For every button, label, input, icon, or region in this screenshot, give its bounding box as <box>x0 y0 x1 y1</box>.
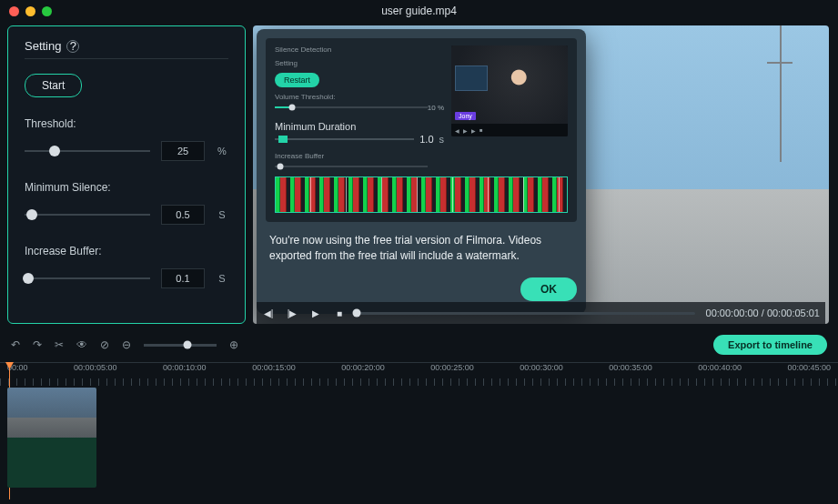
sd-label: Silence Detection <box>275 45 444 54</box>
min-duration-slider[interactable] <box>275 134 414 145</box>
zoom-in-icon[interactable]: ⊕ <box>229 338 238 351</box>
threshold-control: Threshold: 25 % <box>25 117 228 161</box>
undo-icon[interactable]: ↶ <box>11 338 20 351</box>
title-bar: user guide.mp4 <box>0 0 838 22</box>
min-silence-slider[interactable] <box>25 208 150 221</box>
threshold-label: Threshold: <box>25 117 228 130</box>
timeline: 00:0000:00:05:0000:00:10:0000:00:15:0000… <box>0 362 838 493</box>
inc-buffer-mini-label: Increase Buffer <box>275 152 444 160</box>
waveform-strip[interactable] <box>275 176 568 213</box>
mini-next-icon[interactable]: ▶ <box>471 127 476 134</box>
window-controls <box>9 6 52 16</box>
vol-threshold-slider[interactable]: 10 % <box>275 103 444 112</box>
stop-icon[interactable]: ■ <box>333 307 346 319</box>
threshold-value[interactable]: 25 <box>161 141 205 161</box>
ruler-mark: 00:00:35:00 <box>609 363 652 372</box>
ruler-mark: 00:00:20:00 <box>341 363 385 372</box>
start-button[interactable]: Start <box>25 74 82 97</box>
video-preview: Silence Detection Setting Restart Volume… <box>253 25 829 324</box>
settings-heading: Setting <box>25 39 61 53</box>
dialog-message: You're now using the free trial version … <box>269 233 573 265</box>
ruler-mark: 00:00:25:00 <box>430 363 474 372</box>
ruler-mark: 00:00:15:00 <box>252 363 296 372</box>
playback-bar: ◀| |▶ ▶ ■ 00:00:00:00 / 00:00:05:01 <box>257 302 825 324</box>
inc-buffer-unit: S <box>216 273 228 284</box>
zoom-out-icon[interactable]: ⊖ <box>122 338 131 351</box>
vol-threshold-label: Volume Threshold: <box>275 93 444 101</box>
settings-panel: Setting ? Start Threshold: 25 % Minimum … <box>7 25 246 324</box>
inner-setting-label: Setting <box>275 59 444 67</box>
video-clip[interactable] <box>7 388 96 488</box>
min-silence-control: Minimum Silence: 0.5 S <box>25 181 228 225</box>
person-name: Jony <box>455 112 476 120</box>
min-silence-value[interactable]: 0.5 <box>161 205 205 225</box>
threshold-unit: % <box>216 146 228 156</box>
close-window-icon[interactable] <box>9 6 19 16</box>
eye-off-icon[interactable]: ⊘ <box>100 338 109 351</box>
ruler-mark: 00:00:05:00 <box>74 363 117 372</box>
seek-bar[interactable] <box>357 312 695 315</box>
inc-buffer-label: Increase Buffer: <box>25 245 228 257</box>
ruler-mark: 00:00:10:00 <box>163 363 207 372</box>
maximize-window-icon[interactable] <box>42 6 52 16</box>
inc-buffer-slider[interactable] <box>25 272 150 285</box>
time-ruler[interactable]: 00:0000:00:05:0000:00:10:0000:00:15:0000… <box>0 362 838 386</box>
ruler-mark: 00:00:40:00 <box>698 363 742 372</box>
inc-buffer-mini-slider[interactable] <box>275 162 444 171</box>
mini-playbar: ◀ ▶ ▶ ■ <box>451 124 568 136</box>
window-title: user guide.mp4 <box>381 5 457 17</box>
minimize-window-icon[interactable] <box>25 6 35 16</box>
inc-buffer-control: Increase Buffer: 0.1 S <box>25 245 228 288</box>
mini-prev-icon[interactable]: ◀ <box>455 127 459 134</box>
min-duration-label: Minimum Duration <box>275 121 356 132</box>
zoom-slider[interactable] <box>144 344 217 347</box>
clip-track[interactable] <box>0 388 838 493</box>
min-duration-unit: s <box>439 134 445 145</box>
mini-preview: Jony ◀ ▶ ▶ ■ <box>451 45 568 136</box>
redo-icon[interactable]: ↷ <box>33 338 42 351</box>
ruler-mark: 00:00:45:00 <box>787 363 831 372</box>
min-silence-label: Minimum Silence: <box>25 181 228 194</box>
threshold-slider[interactable] <box>25 145 150 157</box>
step-back-icon[interactable]: ◀| <box>262 307 275 319</box>
time-display: 00:00:00:00 / 00:00:05:01 <box>706 307 820 318</box>
eye-icon[interactable]: 👁 <box>76 338 87 351</box>
help-icon[interactable]: ? <box>66 40 79 53</box>
mini-stop-icon[interactable]: ■ <box>480 127 483 133</box>
trial-dialog: Silence Detection Setting Restart Volume… <box>257 29 586 314</box>
mini-play-icon[interactable]: ▶ <box>463 127 468 134</box>
timeline-toolbar: ↶ ↷ ✂ 👁 ⊘ ⊖ ⊕ Export to timeline <box>0 331 838 358</box>
export-timeline-button[interactable]: Export to timeline <box>713 335 827 355</box>
inc-buffer-value[interactable]: 0.1 <box>161 268 205 288</box>
ok-button[interactable]: OK <box>520 277 577 301</box>
play-icon[interactable]: ▶ <box>309 307 322 319</box>
ruler-mark: 00:00:30:00 <box>520 363 563 372</box>
min-silence-unit: S <box>216 209 228 220</box>
divider <box>25 58 228 59</box>
step-fwd-icon[interactable]: |▶ <box>286 307 298 319</box>
scissors-icon[interactable]: ✂ <box>55 338 64 351</box>
min-duration-value: 1.0 <box>419 134 433 145</box>
restart-button[interactable]: Restart <box>275 73 319 87</box>
